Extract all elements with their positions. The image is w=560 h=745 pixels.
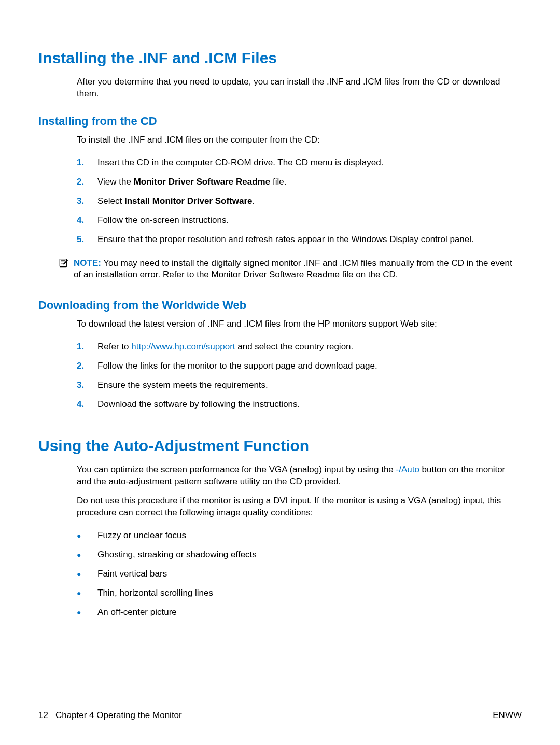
note-callout: NOTE: You may need to install the digita… xyxy=(58,255,522,285)
bullet-text: An off-center picture xyxy=(97,607,177,619)
page-number: 12 xyxy=(38,710,48,721)
list-item: 2. View the Monitor Driver Software Read… xyxy=(77,173,522,192)
step-text: Ensure the system meets the requirements… xyxy=(97,379,268,391)
list-item: 2. Follow the links for the monitor to t… xyxy=(77,357,522,376)
bullet-icon: ● xyxy=(77,531,97,541)
step-text: Ensure that the proper resolution and re… xyxy=(97,234,474,246)
note-text: You may need to install the digitally si… xyxy=(74,258,512,280)
step-number: 4. xyxy=(77,215,97,227)
note-icon xyxy=(58,258,68,268)
list-item: ● Thin, horizontal scrolling lines xyxy=(77,584,522,603)
list-item: ● Fuzzy or unclear focus xyxy=(77,526,522,545)
step-text: Download the software by following the i… xyxy=(97,399,300,411)
step-text: Follow the links for the monitor to the … xyxy=(97,360,377,372)
list-item: 1. Insert the CD in the computer CD-ROM … xyxy=(77,153,522,173)
web-download-steps: 1. Refer to http://www.hp.com/support an… xyxy=(77,338,522,414)
cd-install-steps: 1. Insert the CD in the computer CD-ROM … xyxy=(77,153,522,249)
auto-adjust-p2: Do not use this procedure if the monitor… xyxy=(77,495,522,519)
list-item: 4. Follow the on-screen instructions. xyxy=(77,211,522,230)
note-label: NOTE: xyxy=(74,258,101,268)
list-item: 3. Ensure the system meets the requireme… xyxy=(77,376,522,395)
step-text: Insert the CD in the computer CD-ROM dri… xyxy=(97,157,383,169)
step-text: Refer to http://www.hp.com/support and s… xyxy=(97,341,353,353)
list-item: ● Faint vertical bars xyxy=(77,565,522,584)
sub2-intro: To download the latest version of .INF a… xyxy=(77,318,522,330)
step-number: 4. xyxy=(77,399,97,411)
list-item: 4. Download the software by following th… xyxy=(77,395,522,414)
section-heading-install-files: Installing the .INF and .ICM Files xyxy=(38,49,522,67)
bullet-text: Thin, horizontal scrolling lines xyxy=(97,587,213,599)
bullet-text: Fuzzy or unclear focus xyxy=(97,530,186,542)
step-number: 2. xyxy=(77,360,97,372)
image-quality-conditions: ● Fuzzy or unclear focus ● Ghosting, str… xyxy=(77,526,522,622)
bullet-icon: ● xyxy=(77,569,97,579)
footer-right-label: ENWW xyxy=(493,710,522,721)
step-number: 2. xyxy=(77,176,97,188)
bullet-text: Faint vertical bars xyxy=(97,568,167,580)
step-text: View the Monitor Driver Software Readme … xyxy=(97,176,286,188)
bullet-text: Ghosting, streaking or shadowing effects xyxy=(97,549,257,561)
chapter-label: Chapter 4 Operating the Monitor xyxy=(55,710,182,721)
auto-button-label: -/Auto xyxy=(396,465,419,474)
note-content: NOTE: You may need to install the digita… xyxy=(74,255,522,285)
page-footer: 12 Chapter 4 Operating the Monitor ENWW xyxy=(38,710,522,721)
auto-adjust-p1: You can optimize the screen performance … xyxy=(77,464,522,488)
step-text: Follow the on-screen instructions. xyxy=(97,215,229,227)
step-number: 1. xyxy=(77,157,97,169)
step-number: 1. xyxy=(77,341,97,353)
list-item: ● Ghosting, streaking or shadowing effec… xyxy=(77,545,522,565)
bullet-icon: ● xyxy=(77,608,97,617)
support-link[interactable]: http://www.hp.com/support xyxy=(131,342,235,352)
section1-intro: After you determine that you need to upd… xyxy=(77,76,522,100)
step-text: Select Install Monitor Driver Software. xyxy=(97,195,255,207)
list-item: 1. Refer to http://www.hp.com/support an… xyxy=(77,338,522,357)
sub1-intro: To install the .INF and .ICM files on th… xyxy=(77,134,522,146)
subsection-heading-download-web: Downloading from the Worldwide Web xyxy=(38,299,522,312)
bullet-icon: ● xyxy=(77,550,97,560)
subsection-heading-install-cd: Installing from the CD xyxy=(38,115,522,128)
list-item: ● An off-center picture xyxy=(77,603,522,622)
list-item: 3. Select Install Monitor Driver Softwar… xyxy=(77,192,522,211)
section-heading-auto-adjust: Using the Auto-Adjustment Function xyxy=(38,437,522,455)
step-number: 3. xyxy=(77,195,97,207)
step-number: 3. xyxy=(77,379,97,391)
list-item: 5. Ensure that the proper resolution and… xyxy=(77,230,522,249)
step-number: 5. xyxy=(77,234,97,246)
bullet-icon: ● xyxy=(77,588,97,598)
